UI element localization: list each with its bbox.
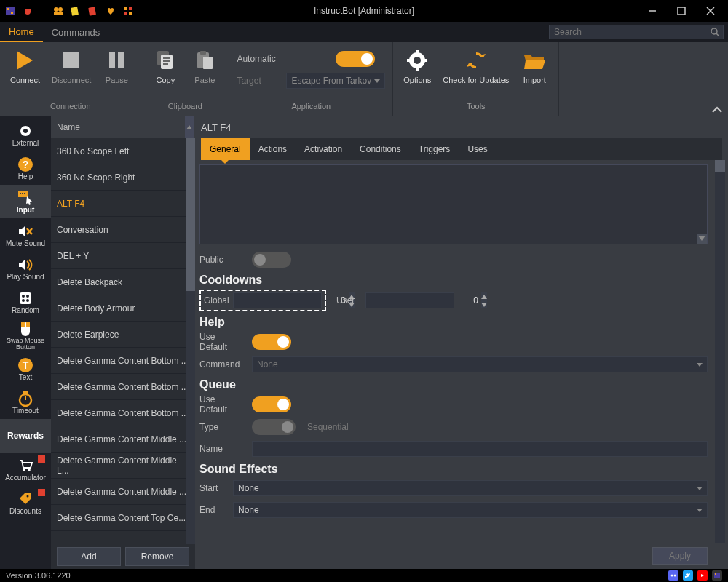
spin-up[interactable] — [481, 292, 487, 300]
list-header[interactable]: Name — [51, 116, 195, 138]
search-input[interactable] — [549, 25, 724, 39]
group-icon[interactable] — [51, 4, 66, 18]
heart-icon[interactable] — [103, 4, 118, 18]
sidebar-item-external[interactable]: External — [0, 118, 51, 151]
sidebar-item-discounts[interactable]: Discounts — [0, 486, 51, 519]
maximize-button[interactable] — [667, 0, 696, 22]
list-item[interactable]: Delete Backpack — [51, 269, 195, 295]
sidebar-item-play-sound[interactable]: Play Sound — [0, 252, 51, 285]
spin-down[interactable] — [481, 300, 487, 308]
list-item[interactable]: Delete Gamma Content Bottom ... — [51, 374, 195, 400]
menu-home[interactable]: Home — [0, 22, 43, 42]
content-scrollbar-track[interactable] — [715, 160, 725, 569]
queue-type-label: Type — [199, 422, 245, 432]
sidebar-item-accumulator[interactable]: Accumulator — [0, 453, 51, 486]
list-item[interactable]: Delete Gamma Content Top Ce... — [51, 505, 195, 531]
ribbon-collapse-button[interactable] — [712, 106, 722, 113]
gear-icon — [403, 47, 431, 74]
discord-icon[interactable] — [668, 570, 678, 581]
check-updates-button[interactable]: Check for Updates — [440, 45, 512, 86]
tab-triggers[interactable]: Triggers — [410, 138, 459, 160]
sidebar-item-text[interactable]: T Text — [0, 352, 51, 386]
queue-name-input[interactable] — [252, 441, 708, 457]
tab-conditions[interactable]: Conditions — [351, 138, 410, 160]
import-button[interactable]: Import — [518, 45, 551, 86]
queue-use-default-label: Use Default — [199, 394, 245, 415]
copy-button[interactable]: Copy — [149, 45, 182, 86]
sound-start-label: Start — [199, 483, 226, 493]
list-item[interactable]: Delete Gamma Content Middle ... — [51, 426, 195, 453]
play-icon — [11, 47, 39, 74]
user-label: User — [336, 295, 358, 306]
grid-icon[interactable] — [121, 4, 135, 18]
list-item[interactable]: 360 No Scope Right — [51, 164, 195, 191]
help-command-label: Command — [199, 359, 245, 370]
list-item[interactable]: Delete Gamma Content Middle ... — [51, 479, 195, 505]
textbox-scroll-down[interactable] — [697, 234, 707, 244]
sound-start-combobox[interactable]: None — [233, 480, 708, 496]
target-label: Target — [237, 76, 280, 86]
description-box[interactable] — [199, 164, 708, 244]
sidebar-item-help[interactable]: ? Help — [0, 151, 51, 185]
tab-actions[interactable]: Actions — [250, 138, 296, 160]
list-item[interactable]: DEL + Y — [51, 243, 195, 269]
sound-end-combobox[interactable]: None — [233, 502, 708, 518]
automatic-label: Automatic — [237, 54, 280, 64]
user-cooldown-input[interactable] — [365, 292, 454, 308]
tab-general[interactable]: General — [201, 138, 250, 160]
sidebar-item-input[interactable]: Input — [0, 185, 51, 218]
sound-end-label: End — [199, 505, 226, 515]
target-combobox[interactable]: Escape From Tarkov — [286, 73, 385, 89]
public-toggle[interactable] — [252, 252, 291, 268]
scroll-up-button[interactable] — [185, 116, 194, 138]
menu-bar: Home Commands — [0, 22, 728, 42]
list-item[interactable]: Delete Earpiece — [51, 322, 195, 348]
svg-rect-32 — [416, 66, 419, 71]
apply-button[interactable]: Apply — [652, 547, 708, 565]
sidebar-item-random[interactable]: Random — [0, 285, 51, 319]
list-item[interactable]: Delete Gamma Content Bottom ... — [51, 348, 195, 374]
sidebar-item-swap-mouse[interactable]: Swap Mouse Button — [0, 319, 51, 352]
list-item[interactable]: Delete Gamma Content Bottom ... — [51, 400, 195, 426]
detail-panel: ALT F4 GeneralActionsActivationCondition… — [195, 116, 728, 569]
list-item[interactable]: Delete Gamma Content Middle L... — [51, 453, 195, 479]
card-yellow-icon[interactable] — [68, 4, 83, 18]
svg-line-17 — [716, 33, 719, 36]
content-scrollbar-thumb[interactable] — [715, 160, 725, 172]
svg-point-57 — [23, 469, 25, 471]
dice-icon — [17, 290, 33, 306]
svg-rect-45 — [20, 292, 31, 304]
list-item[interactable]: ALT F4 — [51, 191, 195, 217]
remove-button[interactable]: Remove — [125, 547, 189, 566]
automatic-toggle[interactable] — [336, 51, 375, 67]
search-icon[interactable] — [708, 25, 722, 39]
app-tray-icon[interactable] — [712, 570, 722, 581]
close-button[interactable] — [696, 0, 725, 22]
youtube-icon[interactable] — [697, 570, 708, 581]
connect-button[interactable]: Connect — [7, 45, 43, 86]
global-cooldown-input[interactable] — [233, 292, 322, 308]
help-use-default-toggle[interactable] — [252, 334, 291, 350]
list-item[interactable]: Delete Body Armour — [51, 295, 195, 322]
list-item[interactable]: 360 No Scope Left — [51, 138, 195, 164]
add-button[interactable]: Add — [57, 547, 121, 566]
sidebar-item-rewards[interactable]: Rewards — [0, 419, 51, 453]
menu-commands[interactable]: Commands — [43, 22, 108, 42]
list-item[interactable]: Conversation — [51, 217, 195, 243]
list-scrollbar-thumb[interactable] — [186, 138, 195, 291]
queue-use-default-toggle[interactable] — [252, 396, 291, 412]
tab-uses[interactable]: Uses — [459, 138, 496, 160]
sound-icon — [17, 257, 33, 273]
question-icon: ? — [17, 156, 33, 172]
help-command-combobox[interactable]: None — [252, 356, 708, 372]
folder-open-icon — [521, 47, 548, 74]
sidebar-item-mute-sound[interactable]: Mute Sound — [0, 218, 51, 252]
twitter-icon[interactable] — [683, 570, 693, 581]
minimize-button[interactable] — [638, 0, 667, 22]
svg-point-4 — [58, 7, 63, 12]
sidebar-item-timeout[interactable]: Timeout — [0, 386, 51, 419]
card-red-icon[interactable] — [86, 4, 100, 18]
options-button[interactable]: Options — [400, 45, 434, 86]
queue-type-toggle[interactable] — [252, 419, 296, 435]
tab-activation[interactable]: Activation — [296, 138, 351, 160]
